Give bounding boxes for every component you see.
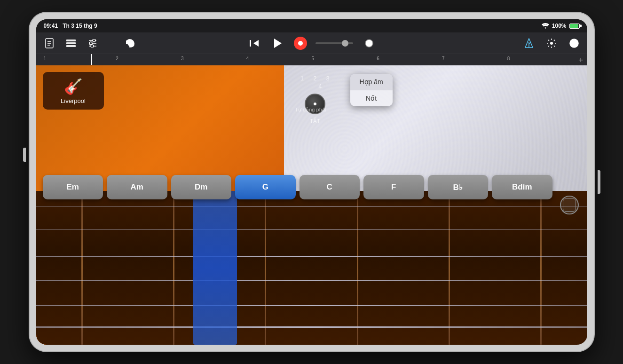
svg-point-16 [365, 40, 373, 47]
ruler-mark-8: 8 [507, 56, 510, 61]
svg-marker-15 [274, 39, 282, 48]
play-icon [273, 38, 283, 48]
knob-label: TẮT [310, 118, 320, 124]
wifi-icon [542, 23, 549, 29]
toolbar: ? [36, 32, 587, 54]
toolbar-right: ? [521, 36, 582, 51]
settings-button[interactable] [544, 36, 559, 51]
volume-thumb[interactable] [342, 40, 348, 47]
knob-indicator [314, 103, 316, 105]
mixer-button[interactable] [85, 36, 100, 51]
ruler-mark-1: 1 [44, 56, 47, 61]
svg-point-20 [550, 42, 553, 45]
knob-num-2: 2 [313, 75, 316, 82]
chord-btn-G[interactable]: G [235, 175, 296, 199]
undo-icon [126, 39, 135, 47]
string-3 [36, 256, 587, 257]
string-4 [36, 280, 587, 282]
knob-numbers-2: 4 [318, 83, 322, 90]
document-icon [45, 38, 54, 48]
knob-num-4: 4 [318, 83, 322, 90]
status-left: 09:41 Th 3 15 thg 9 [44, 23, 97, 29]
document-button[interactable] [42, 36, 57, 51]
auto-play-label: Tự động phát [295, 107, 326, 113]
home-button-inner [563, 198, 576, 212]
loop-icon [365, 39, 373, 47]
home-button[interactable] [560, 196, 579, 214]
chord-buttons-row: Em Am Dm G C F B♭ Bdim [36, 175, 559, 199]
settings-icon [547, 39, 556, 48]
record-dot [298, 41, 303, 46]
battery-icon [569, 24, 580, 29]
rewind-button[interactable] [247, 36, 262, 51]
metronome-button[interactable] [521, 36, 536, 51]
svg-rect-13 [250, 40, 251, 47]
svg-rect-5 [66, 42, 76, 44]
knob-num-3: 3 [326, 75, 330, 82]
popup-chord-option[interactable]: Hợp âm [350, 74, 393, 90]
svg-rect-6 [66, 45, 76, 47]
battery-percentage: 100% [552, 23, 567, 29]
string-5 [36, 305, 587, 306]
active-chord-highlight [193, 191, 237, 345]
guitar-background: 🎸 Liverpool 1 2 3 4 TẮT [36, 65, 587, 345]
ipad-frame: 09:41 Th 3 15 thg 9 100% [30, 13, 594, 351]
chord-note-popup: Hợp âm Nốt [350, 74, 393, 106]
string-1 [36, 206, 587, 207]
chord-btn-F[interactable]: F [363, 175, 424, 199]
track-thumbnail[interactable]: 🎸 Liverpool [43, 72, 104, 110]
main-content: 🎸 Liverpool 1 2 3 4 TẮT [36, 65, 587, 345]
track-name: Liverpool [61, 97, 86, 104]
right-side-button[interactable] [598, 170, 600, 194]
tracks-button[interactable] [63, 36, 79, 51]
svg-point-11 [93, 39, 95, 42]
ruler-mark-6: 6 [377, 56, 379, 61]
track-icon: 🎸 [64, 78, 83, 95]
chord-btn-C[interactable]: C [300, 175, 360, 199]
svg-text:?: ? [572, 40, 576, 47]
ruler-mark-3: 3 [181, 56, 184, 61]
battery-fill [570, 24, 578, 28]
help-icon: ? [569, 39, 579, 48]
play-button[interactable] [270, 36, 285, 51]
popup-note-option[interactable]: Nốt [350, 90, 393, 106]
toolbar-center [247, 36, 377, 51]
ruler-mark-2: 2 [116, 56, 118, 61]
strings-container [36, 191, 587, 345]
svg-rect-4 [66, 40, 76, 41]
knob-num-1: 1 [300, 75, 304, 82]
ruler-marks: 1 2 3 4 5 6 7 8 [40, 54, 584, 65]
knob-area: 1 2 3 4 TẮT [300, 75, 330, 124]
fretboard[interactable] [36, 191, 587, 345]
chord-btn-Dm[interactable]: Dm [171, 175, 232, 199]
record-button[interactable] [294, 37, 307, 50]
string-2 [36, 229, 587, 230]
time-display: 09:41 [44, 23, 58, 29]
mixer-icon [87, 39, 98, 47]
status-right: 100% [542, 23, 580, 29]
svg-marker-14 [253, 40, 259, 47]
ipad-screen: 09:41 Th 3 15 thg 9 100% [36, 19, 587, 345]
ruler-mark-4: 4 [246, 56, 249, 61]
ruler-mark-5: 5 [312, 56, 315, 61]
loop-button[interactable] [362, 36, 377, 51]
date-display: Th 3 15 thg 9 [63, 23, 97, 29]
chord-btn-Am[interactable]: Am [107, 175, 167, 199]
chord-btn-Bdim[interactable]: Bdim [492, 175, 552, 199]
svg-point-10 [89, 42, 92, 45]
volume-button[interactable] [23, 148, 26, 162]
chord-btn-Bb[interactable]: B♭ [428, 175, 489, 199]
volume-slider[interactable] [315, 42, 353, 44]
tracks-icon [66, 39, 76, 47]
timeline-ruler: 1 2 3 4 5 6 7 8 + [36, 54, 587, 65]
undo-button[interactable] [123, 36, 138, 51]
chord-btn-Em[interactable]: Em [43, 175, 103, 199]
add-track-button[interactable]: + [578, 55, 584, 65]
knob-numbers: 1 2 3 [300, 75, 330, 82]
help-button[interactable]: ? [567, 36, 582, 51]
svg-point-12 [91, 45, 94, 47]
metronome-icon [524, 38, 534, 48]
status-bar: 09:41 Th 3 15 thg 9 100% [36, 19, 587, 32]
ruler-mark-7: 7 [442, 56, 445, 61]
string-6 [36, 326, 587, 328]
